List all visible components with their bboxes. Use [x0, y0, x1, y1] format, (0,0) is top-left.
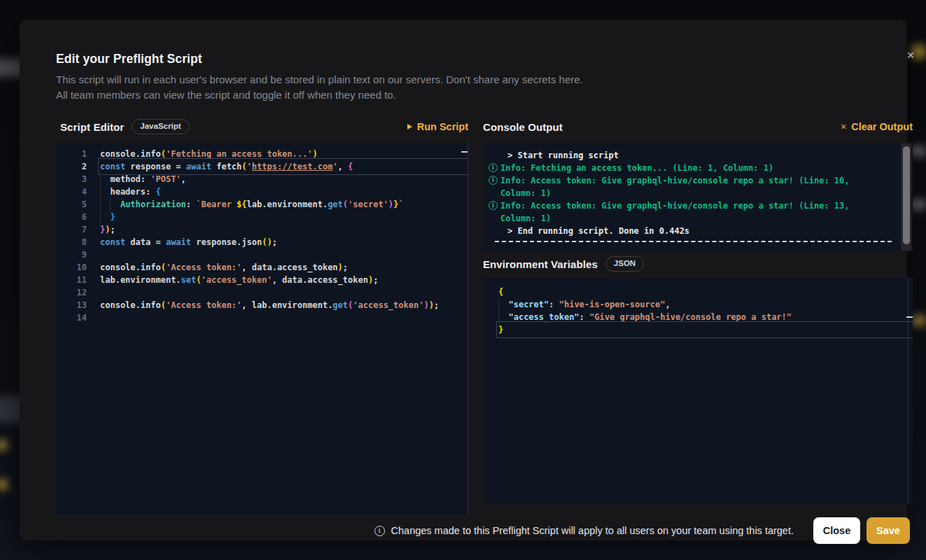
- modal-title: Edit your Preflight Script: [56, 52, 202, 66]
- code-line[interactable]: 4 headers: {: [56, 186, 468, 198]
- code-line[interactable]: 10console.info('Access token:', data.acc…: [56, 261, 468, 274]
- code-line[interactable]: 9: [56, 248, 468, 261]
- console-output-heading: Console Output: [483, 121, 563, 133]
- code-line[interactable]: 5 Authorization: `Bearer ${lab.environme…: [56, 198, 468, 211]
- code-text: headers: {: [100, 186, 468, 198]
- clear-icon: ×: [841, 122, 846, 132]
- console-entry-text: Info: Fetching an access token... (Line:…: [500, 162, 890, 174]
- background-blur-dot: [0, 479, 8, 490]
- code-text: "secret": "hive-is-open-source",: [498, 298, 913, 311]
- code-line[interactable]: 13console.info('Access token:', lab.envi…: [56, 299, 468, 312]
- script-editor[interactable]: 1console.info('Fetching an access token.…: [56, 143, 468, 515]
- line-number: 12: [56, 286, 87, 299]
- script-editor-heading: Script Editor: [60, 121, 124, 133]
- play-icon: [407, 124, 412, 130]
- line-number: 2: [56, 160, 87, 173]
- code-text: }: [498, 323, 913, 336]
- indent-guide: [498, 311, 499, 323]
- json-badge: JSON: [605, 256, 644, 272]
- code-line[interactable]: 6 }: [56, 211, 468, 223]
- save-button[interactable]: Save: [867, 517, 910, 544]
- line-number: 13: [56, 299, 87, 312]
- script-editor-header: Script Editor JavaScript Run Script: [60, 118, 468, 136]
- background-blur-dot: [911, 315, 926, 326]
- code-line[interactable]: 7});: [56, 223, 468, 236]
- code-text: }: [100, 211, 468, 223]
- footer-note: Changes made to this Preflight Script wi…: [391, 525, 794, 536]
- code-text: lab.environment.set('access_token', data…: [100, 274, 468, 286]
- code-line[interactable]: 12: [56, 286, 468, 299]
- code-line[interactable]: "access_token": "Give graphql-hive/conso…: [483, 311, 913, 323]
- code-line[interactable]: 2const response = await fetch('https://t…: [56, 160, 468, 173]
- console-entry-text: Info: Access token: Give graphql-hive/co…: [500, 200, 890, 225]
- indent-guide: [110, 198, 111, 211]
- code-line[interactable]: 8const data = await response.json();: [56, 236, 468, 248]
- console-divider: [495, 241, 892, 242]
- info-icon: i: [374, 526, 385, 536]
- console-entry-text: Info: Access token: Give graphql-hive/co…: [500, 174, 890, 200]
- code-text: console.info('Access token:', data.acces…: [100, 261, 468, 274]
- info-icon: i: [489, 176, 498, 185]
- code-line[interactable]: 14: [56, 312, 468, 324]
- console-scrollbar-thumb[interactable]: [903, 146, 910, 244]
- code-text: Authorization: `Bearer ${lab.environment…: [100, 198, 468, 211]
- code-text: });: [100, 223, 468, 236]
- preflight-script-modal: Edit your Preflight Script This script w…: [20, 20, 907, 540]
- info-icon: i: [489, 201, 498, 210]
- line-number: 5: [56, 198, 87, 211]
- console-entry: iInfo: Access token: Give graphql-hive/c…: [483, 174, 913, 200]
- close-button[interactable]: Close: [813, 517, 860, 544]
- code-line[interactable]: }: [483, 323, 913, 336]
- console-entry-icon-cell: i: [486, 200, 500, 225]
- code-text: [100, 312, 468, 324]
- clear-output-button[interactable]: × Clear Output: [841, 121, 913, 132]
- console-scrollbar-track[interactable]: [901, 144, 911, 251]
- run-script-button[interactable]: Run Script: [407, 121, 468, 132]
- console-entry-icon-cell: [486, 149, 500, 162]
- console-entry-text: > Start running script: [500, 149, 890, 162]
- code-text: {: [498, 286, 913, 298]
- indent-guide: [100, 186, 101, 198]
- clear-output-label: Clear Output: [851, 121, 913, 132]
- line-number: 1: [56, 148, 87, 160]
- line-number: 3: [56, 173, 87, 186]
- line-number: 8: [56, 236, 87, 248]
- background-blur-dot: [0, 440, 7, 451]
- code-line[interactable]: {: [483, 286, 913, 298]
- environment-variables-editor[interactable]: { "secret": "hive-is-open-source", "acce…: [483, 277, 913, 504]
- code-text: "access_token": "Give graphql-hive/conso…: [498, 311, 913, 323]
- indent-guide: [498, 298, 499, 311]
- close-icon[interactable]: ×: [902, 46, 920, 64]
- line-number: 7: [56, 223, 87, 236]
- console-entry-icon-cell: i: [486, 162, 500, 174]
- line-number: 14: [56, 312, 87, 324]
- modal-footer: i Changes made to this Preflight Script …: [56, 517, 910, 545]
- code-text: const data = await response.json();: [100, 236, 468, 248]
- code-line[interactable]: 1console.info('Fetching an access token.…: [56, 148, 468, 160]
- indent-guide: [100, 211, 101, 223]
- console-output-header: Console Output × Clear Output: [483, 118, 913, 136]
- code-text: [100, 286, 468, 299]
- modal-description-line2: All team members can view the script and…: [56, 89, 396, 101]
- code-text: const response = await fetch('https://te…: [100, 160, 468, 173]
- line-number: 10: [56, 261, 87, 274]
- console-entry-text: > End running script. Done in 0.442s: [500, 225, 890, 237]
- console-entry: > Start running script: [483, 149, 913, 162]
- run-script-label: Run Script: [417, 121, 468, 132]
- line-number: 11: [56, 274, 87, 286]
- line-number: 6: [56, 211, 87, 223]
- console-entry: iInfo: Access token: Give graphql-hive/c…: [483, 200, 913, 225]
- indent-guide: [100, 173, 101, 186]
- line-number: 4: [56, 186, 87, 198]
- code-text: [100, 248, 468, 261]
- page-background: Edit your Preflight Script This script w…: [0, 0, 926, 560]
- code-line[interactable]: "secret": "hive-is-open-source",: [483, 298, 913, 311]
- code-line[interactable]: 11lab.environment.set('access_token', da…: [56, 274, 468, 286]
- code-text: console.info('Fetching an access token..…: [100, 148, 468, 160]
- code-line[interactable]: 3 method: 'POST',: [56, 173, 468, 186]
- javascript-badge: JavaScript: [132, 119, 189, 134]
- code-text: console.info('Access token:', lab.enviro…: [100, 299, 468, 312]
- environment-variables-header: Environment Variables JSON: [483, 255, 913, 273]
- console-entry: iInfo: Fetching an access token... (Line…: [483, 162, 913, 174]
- indent-guide: [100, 198, 101, 211]
